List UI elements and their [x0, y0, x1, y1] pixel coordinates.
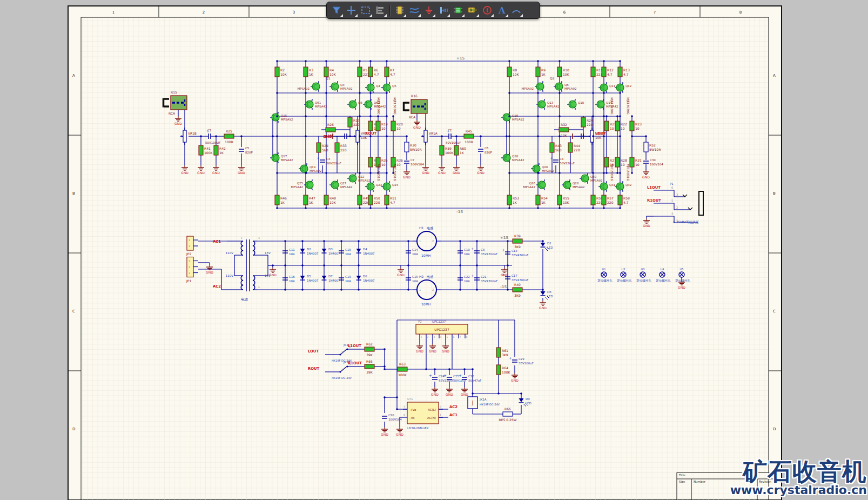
- svg-text:Q27: Q27: [340, 182, 347, 185]
- svg-text:VR1B: VR1B: [188, 132, 197, 135]
- svg-text:R64: R64: [502, 366, 508, 370]
- svg-text:3: 3: [676, 193, 678, 196]
- svg-text:GND: GND: [678, 285, 685, 289]
- svg-text:C1: C1: [207, 129, 211, 132]
- net-label--15[interactable]: -15: [456, 210, 463, 214]
- svg-text:R43: R43: [555, 144, 562, 148]
- svg-text:MPSA42: MPSA42: [281, 158, 293, 162]
- net-label-AC1[interactable]: AC1: [449, 413, 457, 417]
- filter-icon[interactable]: [329, 3, 344, 17]
- svg-text:15V: 15V: [265, 251, 271, 255]
- net-label-ROUT[interactable]: ROUT: [308, 366, 320, 371]
- svg-text:MPSA42: MPSA42: [315, 105, 327, 108]
- text-icon[interactable]: A: [495, 3, 509, 17]
- svg-text:7: 7: [654, 10, 656, 15]
- net-label-+15[interactable]: +15: [456, 56, 465, 61]
- svg-text:B: B: [773, 191, 776, 196]
- svg-text:L1OUT: L1OUT: [647, 185, 661, 190]
- selection-icon[interactable]: [359, 3, 373, 17]
- svg-text:1N4007: 1N4007: [363, 252, 375, 255]
- floating-toolbar: D1iA: [326, 2, 540, 19]
- net-label-R1OUT[interactable]: R1OUT: [348, 361, 362, 365]
- svg-text:2: 2: [432, 288, 434, 291]
- svg-text:MPSA42: MPSA42: [340, 185, 352, 189]
- svg-text:R45: R45: [466, 129, 472, 133]
- svg-text:RCA: RCA: [409, 115, 416, 119]
- svg-text:电感: 电感: [427, 275, 433, 278]
- svg-text:2: 2: [427, 336, 429, 338]
- svg-text:10: 10: [610, 126, 614, 130]
- power-port-icon[interactable]: [422, 3, 436, 17]
- svg-text:2: 2: [676, 206, 678, 209]
- net-label-+15[interactable]: +15: [500, 236, 508, 240]
- net-label-ROUT[interactable]: ROUT: [365, 131, 377, 136]
- svg-text:VR1A: VR1A: [429, 132, 438, 135]
- svg-text:GND: GND: [238, 171, 245, 175]
- svg-text:U5: U5: [680, 268, 684, 271]
- svg-text:R48: R48: [329, 196, 336, 200]
- net-label-L1OUT[interactable]: L1OUT: [647, 185, 661, 190]
- arc-icon[interactable]: [509, 3, 523, 17]
- svg-text:A: A: [773, 74, 776, 78]
- ic-part-icon[interactable]: [393, 3, 407, 17]
- svg-text:1: 1: [419, 239, 421, 243]
- svg-text:Title: Title: [678, 474, 685, 477]
- crosshair-icon[interactable]: [344, 3, 358, 17]
- svg-text:1: 1: [241, 237, 243, 239]
- svg-text:R36: R36: [396, 158, 403, 162]
- svg-text:D6: D6: [547, 290, 551, 294]
- svg-text:1N4007: 1N4007: [307, 279, 319, 282]
- svg-text:5W10R: 5W10R: [410, 148, 422, 151]
- svg-text:R58: R58: [623, 196, 630, 200]
- net-label--15[interactable]: -15: [500, 285, 507, 289]
- svg-text:R7: R7: [390, 68, 394, 72]
- svg-text:MJE15031G: MJE15031G: [376, 164, 380, 181]
- net-label-AC1[interactable]: AC1: [213, 239, 221, 244]
- svg-text:560: 560: [555, 148, 562, 152]
- wiring-icon[interactable]: [407, 3, 421, 17]
- component-icon[interactable]: [451, 3, 465, 17]
- svg-text:LED: LED: [547, 295, 553, 298]
- svg-text:GND: GND: [643, 224, 650, 228]
- svg-text:35V4700uF: 35V4700uF: [481, 279, 497, 283]
- svg-text:D4: D4: [363, 248, 367, 251]
- diode-annotation-icon[interactable]: D1: [466, 3, 480, 17]
- svg-text:10K: 10K: [361, 136, 367, 139]
- net-label-L1OUT[interactable]: L1OUT: [348, 344, 361, 348]
- svg-text:50V100UF: 50V100UF: [446, 141, 461, 144]
- svg-text:R20: R20: [396, 122, 403, 126]
- svg-text:R65: R65: [366, 359, 373, 363]
- probe-icon[interactable]: [436, 3, 450, 17]
- svg-text:U4: U4: [661, 268, 664, 271]
- net-label-LOUT[interactable]: LOUT: [595, 131, 606, 136]
- svg-text:3K9: 3K9: [514, 294, 521, 297]
- net-label-GND[interactable]: GND: [323, 135, 332, 139]
- svg-text:AC1: AC1: [213, 239, 221, 244]
- no-erc-icon[interactable]: i: [480, 3, 494, 17]
- svg-text:5W10R: 5W10R: [649, 148, 661, 151]
- svg-text:4: 4: [258, 237, 260, 239]
- svg-text:GND: GND: [323, 135, 332, 139]
- svg-text:R51: R51: [390, 196, 396, 200]
- net-label-R1OUT[interactable]: R1OUT: [647, 198, 661, 203]
- svg-text:110V: 110V: [226, 251, 233, 255]
- svg-text:35V4700uF: 35V4700uF: [481, 252, 497, 256]
- svg-text:35V4700uF: 35V4700uF: [512, 254, 528, 257]
- svg-text:U1: U1: [602, 268, 606, 271]
- svg-text:U2: U2: [622, 268, 625, 271]
- svg-text:820P: 820P: [245, 151, 253, 154]
- net-label-AC2[interactable]: AC2: [213, 284, 221, 289]
- svg-text:i: i: [486, 8, 488, 14]
- svg-text:C15: C15: [412, 275, 418, 278]
- net-label-LOUT[interactable]: LOUT: [308, 349, 319, 354]
- align-icon[interactable]: [373, 3, 387, 17]
- svg-text:AC2: AC2: [213, 284, 221, 289]
- schematic-canvas[interactable]: 12345678AABBCCDD R210KR31KR410KR5221R64.…: [0, 0, 868, 500]
- svg-text:C14: C14: [412, 248, 418, 251]
- svg-text:R12: R12: [607, 68, 614, 72]
- svg-text:1K: 1K: [309, 201, 314, 204]
- net-label-AC2[interactable]: AC2: [449, 405, 457, 409]
- svg-text:104: 104: [464, 279, 470, 283]
- svg-text:10K: 10K: [563, 201, 570, 204]
- svg-text:10: 10: [635, 163, 640, 166]
